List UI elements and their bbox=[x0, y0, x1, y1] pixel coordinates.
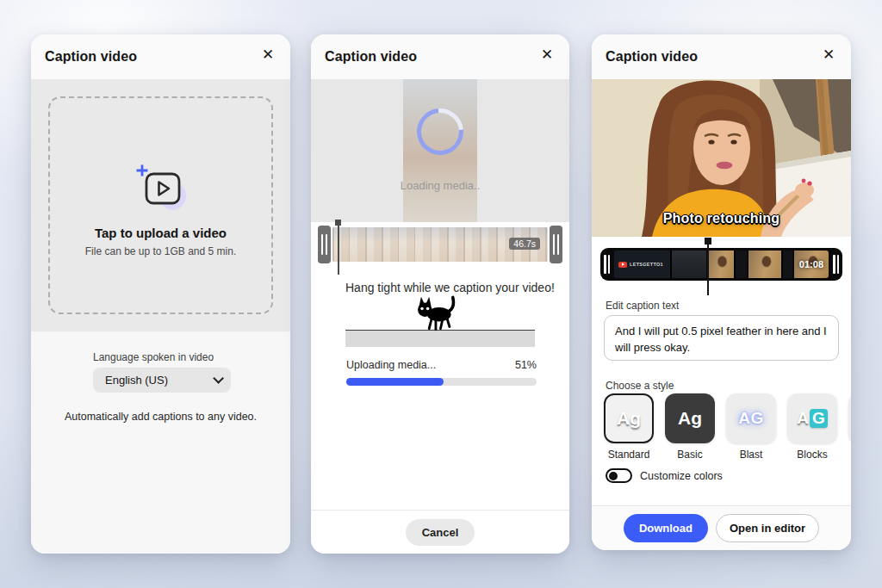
captioning-headline: Hang tight while we caption your video! bbox=[345, 281, 555, 294]
filmstrip-segment bbox=[747, 251, 781, 278]
style-tile-blocks[interactable]: AG bbox=[787, 393, 837, 443]
panel-footer: Cancel bbox=[311, 510, 569, 554]
progress-bar bbox=[346, 378, 537, 386]
trim-handle-left[interactable] bbox=[318, 226, 331, 263]
duration-badge: 46.7s bbox=[509, 238, 540, 250]
filmstrip[interactable]: LETSGETTO1 bbox=[614, 251, 829, 278]
close-icon[interactable]: ✕ bbox=[817, 43, 841, 67]
style-glyph: A bbox=[797, 409, 809, 428]
caption-text-input[interactable]: And I will put 0.5 pixel feather in here… bbox=[604, 315, 839, 361]
filmstrip-segment bbox=[781, 251, 792, 278]
upload-zone: Tap to upload a video File can be up to … bbox=[31, 79, 290, 331]
walking-cat-icon bbox=[408, 294, 467, 335]
filmstrip-segment: LETSGETTO1 bbox=[614, 251, 670, 278]
panel-header: Caption video bbox=[592, 34, 851, 79]
progress-bar-fill bbox=[346, 378, 444, 386]
open-in-editor-button[interactable]: Open in editor bbox=[716, 514, 819, 542]
burned-in-caption: Photo retouching bbox=[592, 211, 851, 226]
timeline: 46.7s bbox=[318, 226, 562, 263]
style-tile-basic[interactable]: Ag bbox=[665, 393, 715, 443]
edit-caption-label: Edit caption text bbox=[606, 300, 679, 312]
upload-prompt: Tap to upload a video File can be up to … bbox=[31, 164, 290, 257]
page-title: Caption video bbox=[45, 49, 137, 65]
page-title: Caption video bbox=[606, 49, 698, 65]
upload-percent: 51% bbox=[515, 359, 537, 371]
upload-status-label: Uploading media... bbox=[346, 359, 436, 371]
style-label-blocks: Blocks bbox=[787, 449, 837, 461]
style-option-partial bbox=[848, 393, 851, 461]
style-glyph: G bbox=[810, 409, 828, 428]
watermark-text: LETSGETTO1 bbox=[630, 262, 663, 267]
style-tile-standard[interactable]: Ag bbox=[604, 393, 654, 443]
choose-style-label: Choose a style bbox=[606, 380, 674, 392]
trim-handle-right[interactable] bbox=[831, 255, 839, 274]
style-glyph: Ag bbox=[678, 408, 702, 429]
style-glyph: AG bbox=[738, 409, 764, 428]
style-option-basic: Ag Basic bbox=[665, 393, 715, 461]
customize-colors-toggle[interactable] bbox=[606, 468, 632, 483]
upload-headline: Tap to upload a video bbox=[31, 226, 290, 240]
language-label: Language spoken in video bbox=[93, 351, 214, 363]
playhead[interactable] bbox=[705, 238, 711, 295]
close-icon[interactable]: ✕ bbox=[535, 43, 559, 67]
caption-video-upload-panel: Caption video ✕ Tap to upload a video Fi… bbox=[31, 34, 290, 554]
style-tile-blast[interactable]: AG bbox=[726, 393, 776, 443]
upload-footnote: Automatically add captions to any video. bbox=[31, 411, 290, 423]
upload-status-row: Uploading media... 51% bbox=[346, 359, 537, 371]
trim-handle-left[interactable] bbox=[604, 255, 612, 274]
panel-header: Caption video bbox=[311, 34, 569, 79]
cancel-button[interactable]: Cancel bbox=[406, 519, 475, 546]
panel-header: Caption video bbox=[31, 34, 290, 79]
upload-subtext: File can be up to 1GB and 5 min. bbox=[31, 245, 290, 257]
video-frame: Photo retouching bbox=[592, 79, 851, 237]
style-label-basic: Basic bbox=[665, 449, 715, 461]
filmstrip-segment bbox=[734, 251, 747, 278]
upload-settings: Language spoken in video English (US) Au… bbox=[31, 331, 290, 554]
style-option-standard: Ag Standard bbox=[604, 393, 654, 461]
language-value: English (US) bbox=[105, 374, 168, 387]
chevron-down-icon bbox=[213, 373, 224, 384]
filmstrip-segment bbox=[670, 251, 706, 278]
customize-colors-label: Customize colors bbox=[640, 470, 723, 482]
toggle-knob bbox=[609, 472, 618, 480]
loading-text: Loading media.. bbox=[311, 179, 569, 192]
language-select[interactable]: English (US) bbox=[93, 368, 231, 393]
close-icon[interactable]: ✕ bbox=[256, 43, 280, 67]
style-label-blast: Blast bbox=[726, 449, 776, 461]
style-option-blocks: AG Blocks bbox=[787, 393, 837, 461]
upload-video-icon bbox=[134, 200, 188, 214]
page-title: Caption video bbox=[325, 49, 417, 65]
timeline: LETSGETTO1 01:08 bbox=[600, 248, 842, 281]
video-preview: Loading media.. bbox=[311, 79, 569, 222]
youtube-icon bbox=[618, 262, 627, 268]
trim-handle-right[interactable] bbox=[550, 226, 562, 263]
caption-video-edit-panel: Caption video ✕ Photo r bbox=[592, 34, 851, 550]
style-tile-partial[interactable] bbox=[848, 393, 851, 443]
style-options: Ag Standard Ag Basic AG Blast AG Blocks bbox=[604, 393, 851, 461]
panel-footer: Download Open in editor bbox=[592, 505, 851, 550]
caption-video-progress-panel: Caption video ✕ Loading media.. 46.7s Ha… bbox=[311, 34, 569, 554]
style-glyph: Ag bbox=[617, 408, 641, 429]
customize-colors-row: Customize colors bbox=[606, 468, 723, 483]
download-button[interactable]: Download bbox=[624, 514, 708, 542]
playhead[interactable] bbox=[335, 220, 342, 275]
style-label-standard: Standard bbox=[604, 449, 654, 461]
style-option-blast: AG Blast bbox=[726, 393, 776, 461]
duration-badge: 01:08 bbox=[799, 259, 823, 269]
